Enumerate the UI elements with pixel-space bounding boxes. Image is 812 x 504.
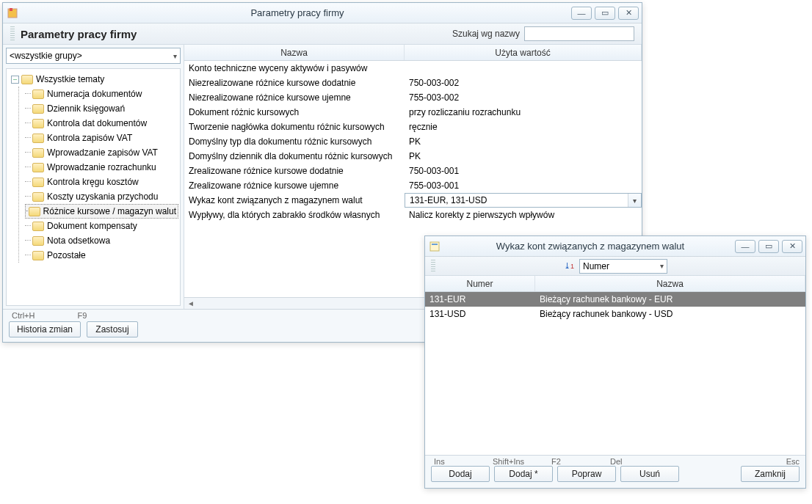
table-row[interactable]: 131-USDBieżący rachunek bankowy - USD	[425, 307, 805, 321]
cell-name: Zrealizowane różnice kursowe ujemne	[184, 180, 405, 191]
table-row[interactable]: Konto techniczne wyceny aktywów i pasywó…	[184, 61, 642, 76]
shortcut-add: Ins	[434, 457, 493, 466]
tree-item[interactable]: Koszty uzyskania przychodu	[25, 189, 178, 204]
value-combo[interactable]: 131-EUR, 131-USD▾	[405, 193, 642, 208]
svg-rect-1	[10, 8, 12, 11]
maximize-button[interactable]: ▭	[758, 240, 779, 253]
folder-icon	[32, 222, 44, 231]
folder-icon	[32, 236, 44, 246]
tree-item-label: Koszty uzyskania przychodu	[47, 191, 158, 202]
grid-body[interactable]: 131-EURBieżący rachunek bankowy - EUR131…	[425, 292, 805, 455]
table-row[interactable]: Tworzenie nagłówka dokumentu różnic kurs…	[184, 120, 642, 134]
cell-name: Tworzenie nagłówka dokumentu różnic kurs…	[184, 122, 405, 132]
cell-value: 755-003-002	[405, 92, 642, 103]
tree-item[interactable]: Pozostałe	[25, 248, 178, 263]
add-button[interactable]: Dodaj	[431, 466, 490, 482]
sort-combo[interactable]: Numer ▾	[579, 259, 667, 274]
shortcut-close: Esc	[741, 457, 800, 466]
tree-item[interactable]: Wprowadzanie zapisów VAT	[25, 145, 178, 160]
chevron-down-icon[interactable]: ▾	[628, 194, 641, 207]
folder-icon	[32, 104, 44, 114]
cell-value: przy rozliczaniu rozrachunku	[405, 107, 642, 117]
table-row[interactable]: Wykaz kont związanych z magazynem walut1…	[184, 193, 642, 208]
apply-button[interactable]: Zastosuj	[87, 321, 138, 337]
table-row[interactable]: Domyślny typ dla dokumentu różnic kursow…	[184, 134, 642, 149]
table-row[interactable]: Zrealizowane różnice kursowe ujemne755-0…	[184, 178, 642, 193]
tree-item[interactable]: Wprowadzanie rozrachunku	[25, 160, 178, 175]
tree-item[interactable]: Dokument kompensaty	[25, 219, 178, 233]
close-button[interactable]: ✕	[782, 240, 802, 253]
folder-icon	[32, 192, 44, 202]
folder-icon	[32, 90, 44, 99]
shortcut-add-star: Shift+Ins	[493, 457, 551, 466]
accounts-window: Wykaz kont związanych z magazynem walut …	[424, 235, 806, 489]
titlebar[interactable]: Parametry pracy firmy — ▭ ✕	[3, 3, 642, 23]
cell-name: Niezrealizowane różnice kursowe dodatnie	[184, 78, 405, 88]
grid-header: Nazwa Użyta wartość	[184, 45, 642, 61]
tree-item[interactable]: Kontrola zapisów VAT	[25, 131, 178, 145]
tree-item[interactable]: Kontrola kręgu kosztów	[25, 175, 178, 189]
col-name[interactable]: Nazwa	[535, 276, 805, 291]
table-row[interactable]: Domyślny dziennik dla dokumentu różnic k…	[184, 149, 642, 164]
tree-item-label: Wprowadzanie zapisów VAT	[47, 147, 158, 158]
minimize-button[interactable]: —	[735, 240, 755, 253]
cell-name: Wypływy, dla których zabrakło środków wł…	[184, 210, 405, 220]
delete-button[interactable]: Usuń	[620, 466, 679, 482]
folder-icon	[32, 134, 44, 143]
tree-item[interactable]: Dziennik księgowań	[25, 101, 178, 116]
table-row[interactable]: Zrealizowane różnice kursowe dodatnie750…	[184, 164, 642, 178]
cell-value: 750-003-002	[405, 78, 642, 88]
tree-item[interactable]: Numeracja dokumentów	[25, 87, 178, 101]
shortcut-history: Ctrl+H	[12, 311, 35, 320]
col-value[interactable]: Użyta wartość	[405, 45, 642, 60]
tree-item-label: Dokument kompensaty	[47, 221, 137, 231]
search-input[interactable]	[524, 26, 634, 41]
tree-item[interactable]: Nota odsetkowa	[25, 233, 178, 248]
collapse-icon[interactable]: –	[11, 76, 19, 84]
folder-icon	[32, 251, 44, 260]
topic-tree[interactable]: – Wszystkie tematy Numeracja dokumentówD…	[6, 68, 181, 306]
table-row[interactable]: Niezrealizowane różnice kursowe dodatnie…	[184, 76, 642, 90]
cell-name: Bieżący rachunek bankowy - EUR	[535, 294, 805, 304]
folder-icon	[32, 178, 44, 187]
col-name[interactable]: Nazwa	[184, 45, 405, 60]
tree-root-item[interactable]: – Wszystkie tematy	[11, 72, 178, 87]
col-number[interactable]: Numer	[425, 276, 535, 291]
close-dialog-button[interactable]: Zamknij	[741, 466, 800, 482]
maximize-button[interactable]: ▭	[595, 7, 615, 20]
edit-button[interactable]: Popraw	[557, 466, 616, 482]
cell-value: ręcznie	[405, 122, 642, 132]
shortcut-apply: F9	[77, 311, 87, 320]
cell-name: Dokument różnic kursowych	[184, 107, 405, 117]
search-label: Szukaj wg nazwy	[452, 29, 520, 39]
folder-icon	[32, 163, 44, 172]
folder-icon	[32, 148, 44, 158]
table-row[interactable]: Dokument różnic kursowychprzy rozliczani…	[184, 105, 642, 120]
app-icon	[428, 240, 441, 253]
tree-item[interactable]: Kontrola dat dokumentów	[25, 116, 178, 131]
cell-name: Wykaz kont związanych z magazynem walut	[184, 195, 405, 205]
group-filter-combo[interactable]: <wszystkie grupy> ▾	[6, 48, 181, 64]
cell-value[interactable]: 131-EUR, 131-USD▾	[405, 193, 642, 208]
svg-rect-2	[430, 242, 439, 251]
table-row[interactable]: 131-EURBieżący rachunek bankowy - EUR	[425, 292, 805, 307]
tree-item-label: Kontrola dat dokumentów	[47, 118, 147, 128]
folder-icon	[29, 207, 40, 216]
table-row[interactable]: Wypływy, dla których zabrakło środków wł…	[184, 208, 642, 222]
close-button[interactable]: ✕	[618, 7, 639, 20]
minimize-button[interactable]: —	[571, 7, 592, 20]
scroll-left-icon[interactable]: ◄	[187, 299, 195, 307]
table-row[interactable]: Niezrealizowane różnice kursowe ujemne75…	[184, 90, 642, 105]
group-filter-value: <wszystkie grupy>	[10, 51, 82, 61]
svg-rect-3	[432, 244, 438, 245]
history-button[interactable]: Historia zmian	[9, 321, 81, 337]
tree-item-label: Kontrola zapisów VAT	[47, 133, 132, 143]
sort-icon[interactable]: ⤓1	[563, 260, 575, 272]
tree-item[interactable]: Różnice kursowe / magazyn walut	[25, 204, 178, 219]
add-star-button[interactable]: Dodaj *	[494, 466, 553, 482]
window-title: Parametry pracy firmy	[23, 7, 571, 18]
cell-number: 131-EUR	[425, 294, 535, 304]
cell-value: 750-003-001	[405, 166, 642, 176]
page-heading: Parametry pracy firmy	[21, 28, 452, 40]
titlebar[interactable]: Wykaz kont związanych z magazynem walut …	[425, 236, 805, 257]
